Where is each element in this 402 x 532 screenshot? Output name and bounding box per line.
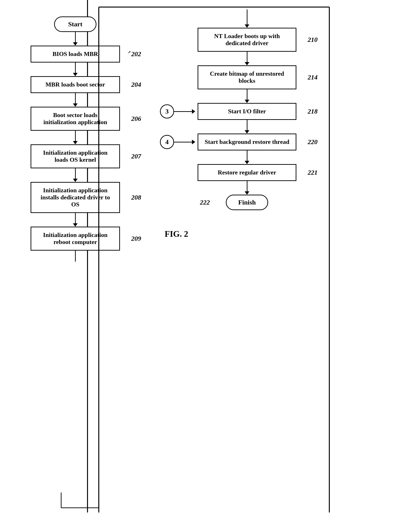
node-210: NT Loader boots up with dedicated driver… xyxy=(198,28,296,52)
finish-oval: Finish xyxy=(226,195,268,210)
arrow-r2 xyxy=(245,89,249,103)
arrow-r5 xyxy=(245,181,249,195)
connector-3-arrow xyxy=(192,109,195,114)
finish-node: Finish 222 xyxy=(226,195,268,210)
bottom-h-connector xyxy=(75,261,76,262)
connector-3-group: 3 xyxy=(160,104,195,119)
ref-221: 221 xyxy=(308,169,318,176)
connector-4-line xyxy=(174,142,192,142)
connector-4: 4 xyxy=(160,135,174,149)
node-207: Initialization application loads OS kern… xyxy=(31,144,120,168)
rect-206: Boot sector loads initialization applica… xyxy=(31,107,120,131)
node-218: Start I/O filter 218 3 xyxy=(198,103,296,120)
top-entry-arrow xyxy=(245,9,249,28)
rect-207: Initialization application loads OS kern… xyxy=(31,144,120,168)
node-206: Boot sector loads initialization applica… xyxy=(31,107,120,131)
connector-4-group: 4 xyxy=(160,135,195,149)
arrow-1 xyxy=(73,32,78,46)
node-204: MBR loads boot sector 204 xyxy=(31,76,120,93)
ref-208: 208 xyxy=(131,194,141,201)
ref-209: 209 xyxy=(131,235,141,242)
node-221: Restore regular driver 221 xyxy=(198,164,296,181)
connector-4-arrow xyxy=(192,140,195,144)
arrow-2 xyxy=(73,63,78,76)
ref-202: ↗ 202 xyxy=(128,50,141,58)
connector-3-line xyxy=(174,111,192,112)
start-oval: Start xyxy=(54,16,97,32)
ref-220: 220 xyxy=(308,138,318,146)
arrow-5 xyxy=(73,168,78,182)
rect-204: MBR loads boot sector xyxy=(31,76,120,93)
right-column: NT Loader boots up with dedicated driver… xyxy=(165,9,329,262)
node-202: BIOS loads MBR ↗ 202 xyxy=(31,46,120,63)
ref-204: 204 xyxy=(131,81,141,89)
arrow-4 xyxy=(73,131,78,144)
arrow-r1 xyxy=(245,52,249,65)
rect-208: Initialization application installs dedi… xyxy=(31,182,120,213)
ref-210: 210 xyxy=(308,36,318,44)
node-220: Start background restore thread 220 4 xyxy=(198,133,296,151)
figure-label: FIG. 2 xyxy=(165,229,188,239)
arrow-r3 xyxy=(245,120,249,133)
ref-222: 222 xyxy=(200,199,210,206)
rect-202: BIOS loads MBR xyxy=(31,46,120,63)
rect-218: Start I/O filter xyxy=(198,103,296,120)
ref-218: 218 xyxy=(308,108,318,115)
ref-207: 207 xyxy=(131,152,141,160)
rect-220: Start background restore thread xyxy=(198,133,296,151)
node-208: Initialization application installs dedi… xyxy=(31,182,120,213)
rect-210: NT Loader boots up with dedicated driver xyxy=(198,28,296,52)
node-209: Initialization application reboot comput… xyxy=(31,227,120,251)
ref-214: 214 xyxy=(308,74,318,81)
rect-209: Initialization application reboot comput… xyxy=(31,227,120,251)
left-column: Start BIOS loads MBR ↗ 202 xyxy=(14,9,136,262)
rect-214: Create bitmap of unrestored blocks xyxy=(198,65,296,89)
connector-3: 3 xyxy=(160,104,174,119)
start-node: Start xyxy=(54,16,97,32)
arrow-r4 xyxy=(245,151,249,164)
arrow-3 xyxy=(73,93,78,107)
node-214: Create bitmap of unrestored blocks 214 xyxy=(198,65,296,89)
rect-221: Restore regular driver xyxy=(198,164,296,181)
ref-206: 206 xyxy=(131,115,141,122)
arrow-6 xyxy=(73,213,78,227)
arrow-bottom xyxy=(75,251,76,261)
